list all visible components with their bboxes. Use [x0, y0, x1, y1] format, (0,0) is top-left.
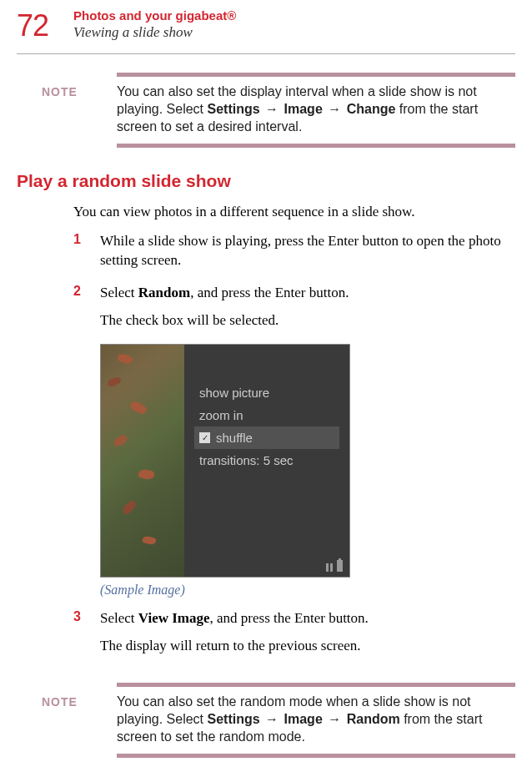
arrow-icon: → — [328, 711, 341, 729]
intro-paragraph: You can view photos in a different seque… — [73, 203, 515, 222]
image-caption: (Sample Image) — [100, 583, 515, 598]
note-b3: Random — [347, 712, 400, 726]
step-body: While a slide show is playing, press the… — [100, 232, 515, 279]
note-rule-top — [117, 683, 515, 687]
note-b1: Settings — [208, 102, 260, 116]
checkbox-icon: ✓ — [199, 432, 210, 443]
note-rule-bottom — [117, 754, 515, 758]
section-title: Viewing a slide show — [73, 24, 515, 41]
header-titles: Photos and your gigabeat® Viewing a slid… — [73, 8, 515, 41]
photo-preview — [101, 345, 184, 577]
step-3: 3 Select View Image, and press the Enter… — [73, 609, 515, 664]
step-post: , and press the Enter button. — [190, 285, 349, 300]
menu-item-show-picture: show picture — [194, 381, 339, 404]
arrow-icon: → — [265, 101, 279, 119]
arrow-icon: → — [328, 101, 341, 119]
note-b2: Image — [284, 102, 323, 116]
device-screenshot: show picture zoom in ✓ shuffle transitio… — [100, 344, 350, 578]
note-rule-bottom — [117, 144, 515, 148]
note-text: You can also set the display interval wh… — [117, 83, 515, 135]
note-rule-top — [117, 73, 515, 77]
subheading: Play a random slide show — [17, 171, 515, 191]
step-bold: Random — [138, 285, 190, 300]
status-icons — [326, 560, 343, 572]
pause-icon — [326, 563, 333, 572]
step-number: 2 — [73, 284, 100, 339]
step-number: 3 — [73, 609, 100, 664]
step-post: , and press the Enter button. — [210, 610, 369, 626]
page-number: 72 — [17, 8, 48, 43]
battery-icon — [337, 560, 343, 572]
body-content: You can view photos in a different seque… — [73, 203, 515, 664]
chapter-title: Photos and your gigabeat® — [73, 8, 515, 23]
note-text: You can also set the random mode when a … — [117, 694, 515, 745]
menu-item-transitions: transitions: 5 sec — [194, 449, 339, 472]
page-header: 72 Photos and your gigabeat® Viewing a s… — [17, 0, 515, 43]
note-label: NOTE — [17, 83, 117, 98]
step-number: 1 — [73, 232, 100, 279]
header-rule — [17, 53, 515, 54]
step-body: Select Random, and press the Enter butto… — [100, 284, 515, 339]
step-follow: The check box will be selected. — [100, 311, 515, 330]
step-follow: The display will return to the previous … — [100, 637, 515, 656]
menu-item-shuffle: ✓ shuffle — [194, 426, 339, 449]
note-b2: Image — [284, 712, 323, 726]
step-text: While a slide show is playing, press the… — [100, 232, 515, 270]
step-1: 1 While a slide show is playing, press t… — [73, 232, 515, 279]
note-block-1: NOTE You can also set the display interv… — [17, 73, 515, 148]
arrow-icon: → — [265, 711, 279, 729]
step-bold: View Image — [138, 610, 210, 626]
note-label: NOTE — [17, 694, 117, 709]
menu-label: shuffle — [216, 431, 253, 445]
note-b1: Settings — [208, 712, 260, 726]
step-body: Select View Image, and press the Enter b… — [100, 609, 515, 664]
menu-item-zoom-in: zoom in — [194, 404, 339, 426]
note-block-2: NOTE You can also set the random mode wh… — [17, 683, 515, 758]
device-menu: show picture zoom in ✓ shuffle transitio… — [184, 345, 349, 577]
note-b3: Change — [347, 102, 396, 116]
step-pre: Select — [100, 285, 138, 300]
step-2: 2 Select Random, and press the Enter but… — [73, 284, 515, 339]
step-pre: Select — [100, 610, 138, 626]
